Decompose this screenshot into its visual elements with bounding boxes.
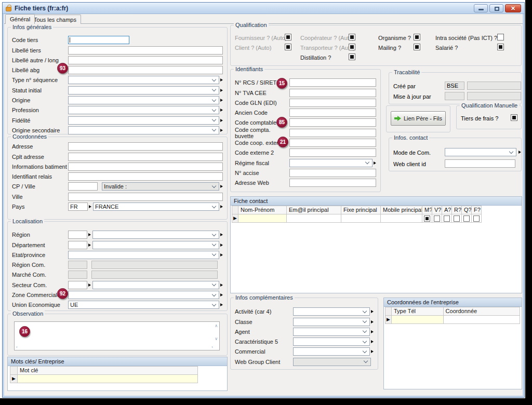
- lookup-arrow-icon[interactable]: [374, 161, 376, 165]
- cell-mobile-principal[interactable]: [381, 214, 422, 223]
- checkbox-q[interactable]: [463, 215, 470, 222]
- column-header-email-principal[interactable]: Em@il principal: [287, 206, 341, 214]
- combo-type-sequence[interactable]: [68, 76, 219, 84]
- lookup-arrow-icon[interactable]: [88, 233, 91, 236]
- column-header-m[interactable]: M?: [422, 206, 432, 214]
- input-code-externe-2[interactable]: [289, 148, 376, 157]
- input-secteur-com-code[interactable]: [68, 281, 87, 289]
- checkbox-r[interactable]: [454, 215, 460, 222]
- input-accise[interactable]: [289, 169, 376, 177]
- lien-pere-fils-button[interactable]: Lien Père - Fils: [391, 111, 446, 126]
- column-header-q[interactable]: Q?: [462, 206, 472, 214]
- combo-activite[interactable]: [293, 307, 370, 316]
- lookup-arrow-icon[interactable]: [220, 99, 223, 102]
- column-header-r[interactable]: R?: [452, 206, 462, 214]
- input-code-comptable-ext[interactable]: [289, 118, 376, 127]
- lookup-arrow-icon[interactable]: [371, 310, 374, 313]
- close-button[interactable]: ✕: [505, 4, 521, 12]
- combo-fidelite[interactable]: [68, 116, 219, 125]
- column-header-nom-prenom[interactable]: Nom-Prénom: [238, 206, 287, 214]
- input-web-client-id[interactable]: [445, 159, 515, 168]
- lookup-arrow-icon[interactable]: [220, 119, 223, 122]
- lookup-arrow-icon[interactable]: [220, 284, 223, 287]
- input-tva-cee[interactable]: [289, 89, 376, 97]
- input-code-tiers[interactable]: [68, 36, 129, 44]
- combo-secteur-com[interactable]: [92, 281, 219, 289]
- checkbox-f[interactable]: [473, 215, 480, 222]
- lookup-arrow-icon[interactable]: [88, 284, 91, 287]
- input-gln-edi[interactable]: [289, 99, 376, 107]
- lookup-arrow-icon[interactable]: [518, 151, 521, 154]
- lookup-arrow-icon[interactable]: [220, 244, 223, 247]
- checkbox-m[interactable]: [424, 215, 430, 222]
- input-libelle-autre-long[interactable]: [68, 56, 223, 64]
- input-libelle-abg[interactable]: [68, 66, 223, 74]
- checkbox-distillation[interactable]: [349, 53, 355, 60]
- checkbox-mailing[interactable]: [414, 44, 420, 50]
- lookup-arrow-icon[interactable]: [220, 205, 223, 208]
- checkbox-client[interactable]: [285, 44, 291, 50]
- checkbox-v[interactable]: [434, 215, 440, 222]
- lookup-arrow-icon[interactable]: [220, 129, 223, 132]
- input-code-postal[interactable]: [68, 182, 98, 191]
- lookup-arrow-icon[interactable]: [220, 233, 223, 236]
- combo-mode-de-com[interactable]: [445, 148, 516, 156]
- input-libelle-tiers[interactable]: [68, 46, 223, 55]
- input-cplt-adresse[interactable]: [68, 153, 223, 161]
- combo-regime-fiscal[interactable]: [289, 159, 373, 167]
- input-adresse[interactable]: [68, 142, 223, 151]
- scroll-down-icon[interactable]: ∨: [215, 336, 218, 341]
- checkbox-a[interactable]: [444, 215, 450, 222]
- input-informations-batiment[interactable]: [68, 163, 223, 171]
- input-code-compta-buvette[interactable]: [289, 129, 376, 137]
- cell-nom-prenom[interactable]: [238, 214, 287, 223]
- checkbox-fournisseur[interactable]: [285, 34, 291, 40]
- titlebar[interactable]: Fiche tiers (fr:a:fr) ✕: [3, 3, 524, 14]
- input-pays-code[interactable]: FR: [68, 203, 88, 211]
- cell-email-principal[interactable]: [287, 214, 341, 223]
- tab-general[interactable]: Général: [5, 14, 35, 24]
- combo-statut-initial[interactable]: [68, 86, 219, 95]
- input-region-code[interactable]: [68, 231, 87, 239]
- combo-origine-secondaire[interactable]: [68, 126, 219, 134]
- lookup-arrow-icon[interactable]: [220, 293, 223, 296]
- combo-etat-province[interactable]: [68, 251, 219, 259]
- column-header-v[interactable]: V?: [432, 206, 442, 214]
- lookup-arrow-icon[interactable]: [371, 340, 374, 343]
- input-rcs-siret[interactable]: [289, 78, 376, 87]
- lookup-arrow-icon[interactable]: [220, 303, 223, 306]
- scroll-left-icon[interactable]: ‹: [16, 345, 18, 349]
- column-header-a[interactable]: A?: [442, 206, 452, 214]
- column-header-coordonnee[interactable]: Coordonnée: [444, 307, 520, 316]
- checkbox-cooperateur[interactable]: [349, 34, 355, 40]
- column-header-mot-cle[interactable]: Mot clé: [18, 367, 198, 375]
- combo-zone-commerciale[interactable]: [68, 291, 219, 299]
- column-header-f[interactable]: F?: [472, 206, 482, 214]
- cell-fixe-principal[interactable]: [341, 214, 381, 223]
- lookup-arrow-icon[interactable]: [220, 253, 223, 256]
- lookup-arrow-icon[interactable]: [220, 78, 223, 82]
- column-header-type-tel[interactable]: Type Tél: [392, 307, 444, 316]
- input-ville[interactable]: [68, 193, 223, 201]
- column-header-fixe-principal[interactable]: Fixe principal: [341, 206, 381, 214]
- scroll-up-icon[interactable]: ∧: [215, 323, 218, 328]
- checkbox-transporteur[interactable]: [349, 44, 355, 50]
- lookup-arrow-icon[interactable]: [220, 109, 223, 112]
- lookup-arrow-icon[interactable]: [220, 89, 223, 92]
- cell-mot-cle[interactable]: [18, 375, 198, 383]
- checkbox-organisme[interactable]: [414, 34, 420, 40]
- lookup-arrow-icon[interactable]: [88, 244, 91, 247]
- combo-union-economique[interactable]: UE: [68, 301, 219, 309]
- combo-pays[interactable]: FRANCE: [93, 203, 219, 211]
- input-identifiant-relais[interactable]: [68, 172, 223, 181]
- lookup-arrow-icon[interactable]: [371, 320, 374, 323]
- checkbox-intra-societe[interactable]: [497, 34, 504, 40]
- combo-origine[interactable]: [68, 96, 219, 104]
- column-header-mobile-principal[interactable]: Mobile principal: [381, 206, 422, 214]
- lookup-arrow-icon[interactable]: [371, 350, 374, 353]
- scroll-right-icon[interactable]: ›: [211, 345, 213, 349]
- minimize-button[interactable]: [474, 4, 488, 12]
- combo-region[interactable]: [92, 231, 219, 239]
- combo-commercial[interactable]: [293, 347, 370, 356]
- cell-type-tel[interactable]: [392, 316, 444, 324]
